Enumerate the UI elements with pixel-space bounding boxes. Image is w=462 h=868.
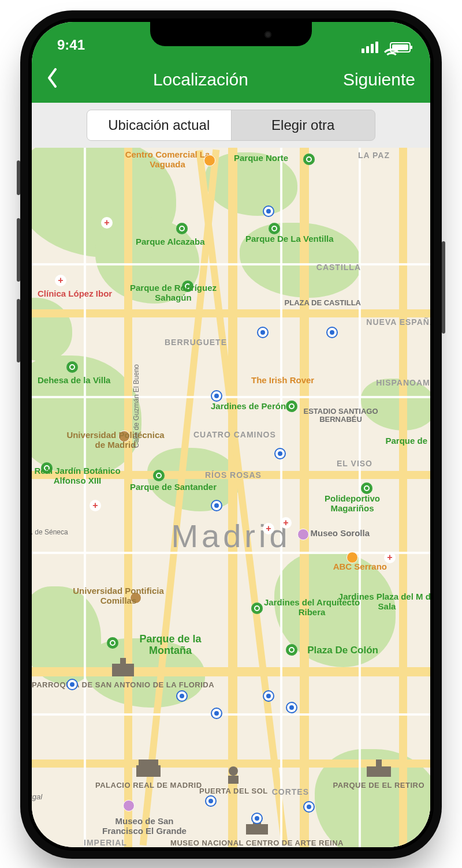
district-label: EL VISO [337, 459, 372, 468]
metro-icon [211, 708, 222, 719]
landmark-label: PARROQUIA DE SAN ANTONIO DE LA FLORIDA [32, 680, 214, 689]
landmark-label: PALACIO REAL DE MADRID [95, 781, 202, 790]
map-road [32, 713, 430, 716]
map-view[interactable]: Madrid LA PAZ CASTILLA NUEVA ESPAÑA BERR… [32, 148, 430, 847]
cellular-signal-icon [362, 42, 378, 53]
museum-icon [297, 529, 309, 540]
landmark-icon: PUERTA DEL SOL [199, 762, 268, 795]
street-label: tugal [32, 793, 42, 801]
map-road [399, 148, 407, 847]
metro-icon [66, 679, 78, 690]
map-road [300, 148, 309, 847]
nav-bar: Localización Siguiente [32, 57, 430, 103]
metro-icon [251, 813, 263, 824]
poi-label: Parque de B [385, 436, 430, 446]
hospital-icon [55, 275, 66, 286]
metro-icon [326, 327, 338, 338]
hospital-icon [280, 517, 292, 529]
hospital-icon [384, 552, 396, 563]
page-title: Localización [153, 70, 248, 89]
notch [150, 22, 312, 46]
park-icon [286, 401, 297, 412]
park-icon [153, 470, 165, 481]
location-mode-segmented: Ubicación actual Elegir otra [87, 110, 375, 141]
map-road [228, 148, 237, 847]
landmark-icon: PARROQUIA DE SAN ANTONIO DE LA FLORIDA [32, 656, 214, 689]
map-greenery [205, 152, 297, 216]
park-icon [66, 361, 78, 373]
status-right [362, 42, 411, 53]
screen: 9:41 Localización Siguiente [32, 22, 430, 847]
district-label: NUEVA ESPAÑA [366, 318, 430, 327]
svg-rect-3 [139, 760, 158, 766]
phone-bezel: 9:41 Localización Siguiente [28, 18, 434, 851]
map-road [32, 396, 430, 398]
shopping-icon [204, 155, 215, 166]
map-road [32, 552, 430, 554]
svg-point-5 [229, 766, 238, 776]
metro-icon [176, 690, 188, 702]
university-icon [130, 592, 141, 604]
svg-rect-4 [228, 776, 239, 784]
map-greenery [361, 379, 430, 431]
map-road [84, 148, 86, 847]
svg-rect-6 [367, 766, 391, 777]
park-icon [269, 223, 280, 234]
svg-rect-7 [376, 760, 382, 768]
landmark-icon: PALACIO REAL DE MADRID [95, 756, 202, 790]
park-icon [182, 280, 193, 292]
svg-rect-0 [112, 664, 134, 676]
volume-up-button [17, 218, 20, 282]
metro-icon [286, 702, 297, 713]
landmark-label: PARQUE DE EL RETIRO [333, 781, 424, 790]
park-icon [176, 223, 188, 234]
phone-frame: 9:41 Localización Siguiente [20, 10, 442, 859]
metro-icon [211, 390, 222, 402]
hospital-icon [101, 217, 113, 229]
park-icon [41, 462, 53, 474]
mute-switch [17, 160, 20, 195]
poi-label: Clínica López Ibor [38, 289, 112, 299]
district-label: LA PAZ [358, 151, 390, 160]
park-icon [286, 644, 297, 656]
park-icon [251, 603, 263, 614]
metro-icon [274, 448, 286, 459]
map-road [359, 148, 361, 847]
university-icon [118, 431, 130, 442]
map-road [280, 148, 282, 847]
svg-rect-2 [136, 765, 161, 777]
metro-icon [303, 801, 315, 813]
metro-icon [211, 500, 222, 511]
status-time: 9:41 [57, 37, 85, 53]
landmark-icon: PARQUE DE EL RETIRO [333, 756, 424, 790]
park-icon [361, 482, 372, 494]
poi-label: Polideportivo Magariños [303, 494, 401, 513]
landmark-label: PUERTA DEL SOL [199, 787, 268, 795]
power-button [442, 241, 445, 334]
map-road [32, 263, 430, 265]
segment-choose-other[interactable]: Elegir otra [231, 110, 375, 140]
park-icon [107, 637, 118, 649]
metro-icon [263, 205, 274, 217]
metro-icon [263, 690, 274, 702]
street-label: C. de Séneca [32, 529, 68, 536]
landmark-label: MUSEO NACIONAL CENTRO DE ARTE REINA [170, 839, 344, 847]
next-button[interactable]: Siguiente [343, 70, 415, 89]
metro-icon [205, 795, 217, 807]
map-greenery [32, 298, 72, 361]
park-icon [303, 154, 315, 165]
segment-current-location[interactable]: Ubicación actual [87, 110, 231, 140]
hospital-icon [263, 523, 274, 534]
back-button[interactable] [47, 68, 58, 92]
svg-rect-8 [246, 824, 268, 835]
metro-icon [257, 327, 269, 338]
hospital-icon [90, 500, 101, 511]
battery-icon [390, 42, 411, 53]
volume-down-button [17, 299, 20, 362]
segmented-bar: Ubicación actual Elegir otra [32, 103, 430, 148]
svg-rect-1 [120, 658, 126, 665]
poi-label: PLAZA DE CASTILLA [285, 299, 361, 307]
district-label: IMPERIAL [84, 839, 127, 847]
shopping-icon [346, 552, 358, 563]
museum-icon [123, 800, 135, 811]
